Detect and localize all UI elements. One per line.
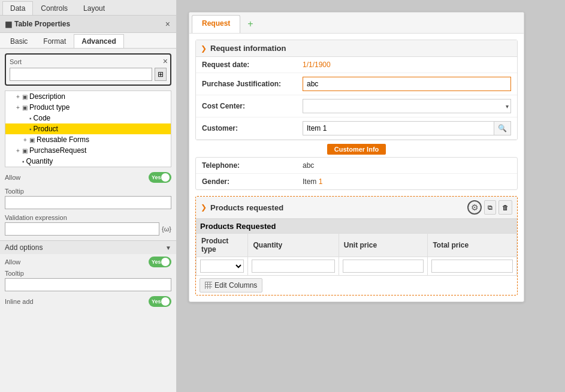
tree-item-reusable-forms[interactable]: + ▣ Reusable Forms: [5, 134, 171, 145]
add-options-section[interactable]: Add options ▼: [0, 240, 176, 254]
sort-action-button[interactable]: ⊞: [155, 68, 167, 81]
chevron-icon: ❯: [201, 203, 207, 212]
gear-button[interactable]: ⚙: [467, 200, 482, 215]
tab-format[interactable]: Format: [35, 34, 74, 48]
panel-title: ▦ Table Properties: [5, 20, 70, 29]
gender-label: Gender:: [202, 177, 298, 186]
unit-price-input[interactable]: [343, 260, 424, 273]
customer-search-wrap: 🔍: [303, 121, 511, 135]
customer-panel: Telephone: abc Gender: Item 1: [195, 157, 518, 190]
form-tabs: Request +: [189, 13, 524, 34]
unit-price-cell: [339, 257, 428, 276]
tree-item-product-type[interactable]: + ▣ Product type: [5, 102, 171, 113]
expander-icon: +: [15, 104, 21, 111]
tooltip-input-2[interactable]: [5, 278, 171, 291]
tree-item-code[interactable]: ▪ Code: [5, 113, 171, 123]
product-type-cell: [197, 257, 248, 276]
tab-basic[interactable]: Basic: [2, 34, 35, 48]
cost-center-row: Cost Center: ▾: [196, 95, 517, 117]
delete-button[interactable]: 🗑: [498, 200, 512, 215]
table-icon: ▦: [5, 20, 12, 29]
allow-label-2: Allow: [5, 258, 20, 266]
gender-value: Item 1: [303, 177, 511, 186]
tree-item-label: Reusable Forms: [37, 135, 89, 144]
justification-input[interactable]: [303, 77, 511, 91]
customer-input[interactable]: [303, 122, 494, 135]
inline-add-label: Inline add: [5, 298, 34, 305]
tree-item-label: Description: [29, 92, 65, 101]
quantity-cell: [248, 257, 339, 276]
tooltip-label-1: Tooltip: [5, 188, 171, 195]
telephone-value: abc: [303, 161, 511, 170]
cost-center-select[interactable]: [303, 99, 511, 113]
products-title-area: ❯ Products requested: [201, 203, 283, 212]
tab-request[interactable]: Request: [192, 15, 240, 33]
inline-add-row: Inline add: [0, 294, 176, 309]
sort-icon: ⊞: [158, 70, 164, 79]
col-total-price: Total price: [428, 234, 517, 257]
products-actions: ⚙ ⧉ 🗑: [467, 200, 512, 215]
quantity-input[interactable]: [252, 260, 334, 273]
tree-item-label: Product: [34, 125, 58, 133]
cost-center-select-wrap: ▾: [303, 99, 511, 113]
tab-advanced[interactable]: Advanced: [74, 34, 123, 48]
allow-toggle-2[interactable]: [149, 257, 171, 267]
inline-add-toggle[interactable]: [149, 296, 171, 307]
customer-info-badge: Customer Info: [327, 144, 386, 155]
expander-icon: +: [22, 137, 28, 143]
section-title: Request information: [210, 44, 286, 53]
tree-item-product[interactable]: ▪ Product: [5, 123, 171, 134]
tree-item-purchase-request[interactable]: + ▣ PurchaseRequest: [5, 145, 171, 156]
total-price-input[interactable]: [431, 260, 513, 273]
main-area: Request + ❯ Request information Request …: [177, 0, 565, 392]
allow-row-2: Allow: [0, 254, 176, 270]
tree-dropdown: + ▣ Description + ▣ Product type ▪ Code …: [5, 91, 171, 167]
col-unit-price: Unit price: [339, 234, 428, 257]
sub-tabs: Basic Format Advanced: [0, 33, 176, 49]
tooltip-input-1[interactable]: [5, 196, 171, 209]
top-tabs: Data Controls Layout: [0, 0, 176, 16]
form-container: Request + ❯ Request information Request …: [189, 12, 524, 302]
toggle-knob-1: [161, 173, 170, 182]
product-type-select[interactable]: [200, 260, 244, 273]
validation-input[interactable]: [5, 222, 159, 236]
tree-item-label: Code: [34, 114, 51, 122]
tab-data[interactable]: Data: [2, 1, 33, 15]
validation-icon: {ω}: [162, 225, 171, 233]
copy-button[interactable]: ⧉: [484, 200, 496, 215]
total-price-cell: [428, 257, 517, 276]
tree-item-quantity[interactable]: ▪ Quantity: [5, 156, 171, 167]
add-tab-button[interactable]: +: [241, 15, 259, 33]
tab-layout[interactable]: Layout: [75, 1, 113, 15]
col-quantity: Quantity: [248, 234, 339, 257]
expander-icon: +: [15, 147, 21, 154]
field-icon: ▣: [29, 137, 35, 143]
tree-item-description[interactable]: + ▣ Description: [5, 91, 171, 102]
sort-input[interactable]: [10, 68, 152, 81]
tab-controls[interactable]: Controls: [33, 1, 75, 15]
toggle-knob-3: [161, 297, 170, 306]
table-data-row: [197, 257, 517, 276]
edit-columns-label: Edit Columns: [214, 281, 257, 290]
gender-row: Gender: Item 1: [196, 174, 517, 189]
edit-columns-button[interactable]: Edit Columns: [200, 278, 262, 293]
tree-item-label: Product type: [29, 103, 70, 111]
field-icon: ▣: [22, 147, 28, 154]
expander-icon: [22, 126, 28, 132]
field-icon: ▣: [22, 94, 28, 100]
customer-search-button[interactable]: 🔍: [494, 122, 510, 135]
request-date-value: 1/1/1900: [303, 61, 511, 69]
tree-item-label: PurchaseRequest: [29, 146, 86, 155]
left-form: Allow Tooltip Validation expression {ω}: [0, 167, 176, 240]
expander-icon: +: [15, 94, 21, 100]
products-section-header: ❯ Products requested ⚙ ⧉ 🗑: [196, 197, 517, 219]
allow-toggle-1[interactable]: [149, 172, 171, 183]
sort-label: Sort: [10, 58, 167, 65]
request-date-row: Request date: 1/1/1900: [196, 57, 517, 73]
request-date-label: Request date:: [202, 61, 298, 69]
sort-input-row: ⊞: [10, 68, 167, 81]
sort-area: Sort ⊞ ×: [5, 53, 171, 86]
field-icon: ▪: [29, 126, 32, 132]
panel-close-button[interactable]: ×: [164, 19, 171, 29]
sort-close-button[interactable]: ×: [163, 57, 168, 65]
